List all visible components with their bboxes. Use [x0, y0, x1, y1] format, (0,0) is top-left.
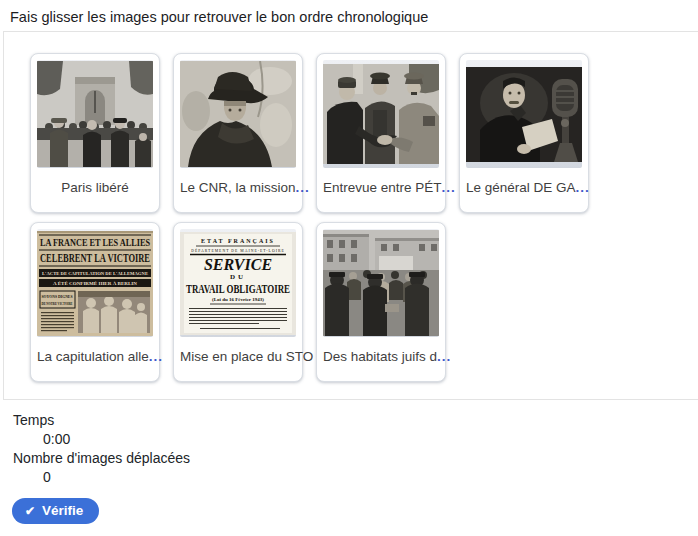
card-le-cnr[interactable]: Le CNR, la mission...	[173, 53, 303, 213]
card-row-1: Paris libéré Le CNR	[30, 53, 698, 213]
page-title: Fais glisser les images pour retrouver l…	[0, 0, 698, 31]
card-label: Paris libéré	[37, 180, 153, 195]
poster-title-du: DU	[230, 273, 246, 281]
paris-libere-photo	[37, 60, 153, 168]
rafle-photo	[323, 229, 439, 337]
sto-poster-photo: ETAT FRANÇAIS DÉPARTEMENT DE MAINE-ET-LO…	[180, 229, 296, 337]
victoire-newspaper-photo: LA FRANCE ET LES ALLIES CELEBRENT LA VIC…	[37, 229, 153, 337]
poster-title-service: SERVICE	[204, 256, 272, 273]
card-label: Entrevue entre PÉT...	[323, 180, 439, 195]
card-paris-libere[interactable]: Paris libéré	[30, 53, 160, 213]
card-sto[interactable]: ETAT FRANÇAIS DÉPARTEMENT DE MAINE-ET-LO…	[173, 222, 303, 382]
card-label: La capitulation alle...	[37, 349, 153, 364]
petain-hitler-photo	[323, 60, 439, 168]
poster-dept: DÉPARTEMENT DE MAINE-ET-LOIRE	[191, 247, 285, 252]
card-label: Mise en place du STO	[180, 349, 296, 364]
card-habitats-juifs[interactable]: Des habitats juifs d...	[316, 222, 446, 382]
verify-button-label: Vérifie	[42, 503, 83, 518]
drag-board: Paris libéré Le CNR	[3, 31, 698, 400]
newspaper-banner-1: L'ACTE DE CAPITULATION DE L'ALLEMAGNE	[42, 271, 149, 276]
poster-law-line: (Loi du 16 Février 1943)	[212, 297, 264, 302]
verify-button[interactable]: ✔ Vérifie	[12, 498, 99, 524]
stats-panel: Temps 0:00 Nombre d'images déplacées 0	[13, 411, 698, 487]
card-row-2: LA FRANCE ET LES ALLIES CELEBRENT LA VIC…	[30, 222, 698, 382]
card-de-gaulle[interactable]: Le général DE GA...	[459, 53, 589, 213]
card-label: Le CNR, la mission...	[180, 180, 296, 195]
newspaper-headline-2: CELEBRENT LA VICTOIRE	[40, 251, 150, 265]
moves-label: Nombre d'images déplacées	[13, 449, 698, 468]
newspaper-column-title-1: SOYONS DIGNES	[42, 294, 73, 299]
time-value: 0:00	[43, 430, 698, 449]
jean-moulin-photo	[180, 60, 296, 168]
card-entrevue-petain[interactable]: Entrevue entre PÉT...	[316, 53, 446, 213]
de-gaulle-micro-photo	[466, 60, 582, 168]
time-label: Temps	[13, 411, 698, 430]
newspaper-headline-1: LA FRANCE ET LES ALLIES	[40, 236, 150, 248]
poster-header: ETAT FRANÇAIS	[201, 238, 275, 244]
newspaper-column-title-2: DE NOTRE VICTOIRE	[42, 301, 73, 306]
poster-title-travail: TRAVAIL OBLIGATOIRE	[186, 282, 290, 296]
newspaper-banner-2: A ÉTÉ CONFIRMÉ HIER À BERLIN	[53, 281, 137, 286]
check-icon: ✔	[25, 505, 35, 517]
card-capitulation[interactable]: LA FRANCE ET LES ALLIES CELEBRENT LA VIC…	[30, 222, 160, 382]
card-label: Le général DE GA...	[466, 180, 582, 195]
moves-value: 0	[43, 468, 698, 487]
card-label: Des habitats juifs d...	[323, 349, 439, 364]
